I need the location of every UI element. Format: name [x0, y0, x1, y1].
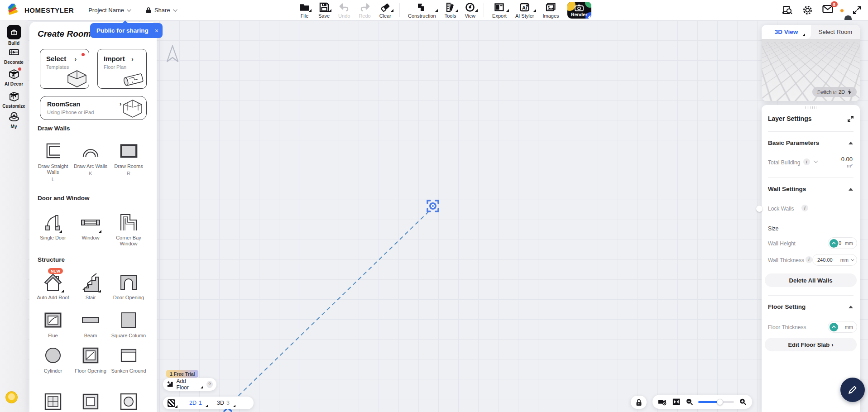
collapse-icon[interactable]	[849, 142, 853, 144]
expand-panel-icon[interactable]	[847, 115, 854, 122]
edit-floor-slab-button[interactable]: Edit Floor Slab ›	[765, 338, 857, 351]
file-button[interactable]: File	[299, 1, 310, 19]
undo-arrow-icon	[339, 2, 350, 12]
close-icon[interactable]: ×	[155, 27, 158, 34]
rail-item-customize[interactable]: Customize	[0, 91, 28, 109]
rail-item-ai-decor[interactable]: AI Decor	[0, 68, 28, 86]
add-floor-button[interactable]: Add Floor ?	[163, 378, 216, 391]
top-bar: HOMESTYLER Project Name Share File Save	[0, 0, 868, 20]
rail-item-my[interactable]: My	[0, 111, 28, 129]
project-name-menu[interactable]: Project Name	[88, 7, 130, 14]
fit-view-icon[interactable]	[672, 398, 680, 406]
help-icon[interactable]: ?	[206, 381, 213, 388]
red-dot	[82, 53, 85, 56]
wall-height-input[interactable]: 0 mm	[828, 237, 857, 249]
view-controls	[652, 395, 752, 409]
info-icon[interactable]: i	[803, 158, 810, 165]
tool-beam[interactable]: Beam	[72, 310, 109, 339]
submenu-triangle-icon	[329, 9, 331, 12]
tool-cylinder[interactable]: Cylinder	[35, 345, 71, 374]
viewport-3d-preview[interactable]: Switch to 2D	[762, 39, 860, 101]
divider	[768, 295, 854, 296]
submenu-triangle-icon	[456, 9, 458, 12]
structure-item-partial[interactable]	[35, 391, 71, 412]
tutorial-search-icon[interactable]	[782, 5, 793, 15]
tool-sunken-ground[interactable]: Sunken Ground	[110, 345, 147, 374]
rail-item-decorate[interactable]: Decorate	[0, 47, 28, 65]
tool-single-door[interactable]: Single Door	[35, 212, 71, 241]
render-button[interactable]: Render	[567, 2, 591, 19]
chevron-down-icon[interactable]	[814, 158, 818, 163]
export-button[interactable]: Export	[492, 1, 507, 19]
tool-draw-rooms[interactable]: Draw Rooms R	[110, 140, 147, 176]
fullscreen-icon[interactable]	[852, 5, 862, 15]
zoom-out-icon[interactable]	[686, 398, 693, 406]
view-button[interactable]: View	[464, 1, 476, 19]
roomscan-card[interactable]: RoomScan › Using iPhone or iPad	[40, 96, 147, 120]
tools-button[interactable]: Tools	[444, 1, 457, 19]
drag-handle[interactable]	[805, 106, 817, 109]
notifications-button[interactable]: 8	[822, 5, 833, 15]
select-templates-card[interactable]: Select › Templates	[40, 49, 89, 89]
submenu-triangle-icon	[59, 230, 62, 233]
delete-all-walls-button[interactable]: Delete All Walls	[765, 273, 857, 287]
eraser-icon	[380, 2, 391, 12]
homestyler-logo-icon	[6, 4, 20, 16]
structure-item-partial[interactable]	[72, 391, 109, 412]
tool-square-column[interactable]: Square Column	[110, 310, 147, 339]
feedback-pen-button[interactable]	[840, 378, 865, 402]
floor-thickness-input[interactable]: mm	[828, 321, 857, 333]
floors-2d-button[interactable]: 2D1	[189, 400, 202, 406]
lock-view-button[interactable]	[631, 396, 647, 409]
settings-gear-icon[interactable]	[802, 5, 813, 15]
switch-to-2d-button[interactable]: Switch to 2D	[812, 87, 857, 97]
construction-button[interactable]: Construction	[408, 1, 436, 19]
ai-styler-button[interactable]: Ai AI Styler	[515, 1, 535, 19]
zoom-slider-knob[interactable]	[717, 399, 723, 405]
info-icon[interactable]: i	[801, 205, 808, 211]
tool-window[interactable]: Window	[72, 212, 109, 241]
info-icon[interactable]: i	[806, 256, 812, 263]
tool-flue[interactable]: Flue	[35, 310, 71, 339]
submenu-triangle-icon	[99, 230, 101, 233]
auto-add-roof-icon	[42, 272, 64, 292]
import-floorplan-card[interactable]: Import › Floor Plan	[97, 49, 147, 89]
sunken-ground-icon	[119, 346, 139, 365]
tool-door-opening[interactable]: Door Opening	[110, 272, 147, 301]
tab-3d-view[interactable]: 3D View	[762, 25, 811, 39]
layer-style-button[interactable]	[168, 399, 175, 407]
switch-lightning-icon	[847, 89, 852, 95]
collapse-icon[interactable]	[849, 188, 853, 191]
wall-thickness-value: 240.00	[817, 257, 833, 263]
tool-auto-add-roof[interactable]: NEW Auto Add Roof	[35, 272, 71, 301]
section-draw-walls: Draw Walls	[38, 125, 70, 132]
tool-draw-straight-walls[interactable]: Draw Straight Walls L	[35, 140, 71, 182]
wall-thickness-input[interactable]: 240.00 mm	[812, 254, 857, 266]
floor-opening-icon	[81, 346, 101, 365]
panel-title: Create Room	[38, 29, 91, 39]
room-corner-icon	[66, 70, 88, 88]
topbar-right-icons: 8	[782, 5, 862, 15]
collapse-icon[interactable]	[849, 306, 853, 308]
structure-item-partial[interactable]	[110, 391, 147, 412]
tool-corner-bay-window[interactable]: Corner Bay Window	[110, 212, 147, 247]
images-button[interactable]: Images	[542, 1, 559, 19]
zoom-slider[interactable]	[698, 401, 734, 403]
tool-stair[interactable]: Stair	[72, 272, 109, 301]
rail-item-build[interactable]: Build	[0, 25, 28, 46]
tool-floor-opening[interactable]: Floor Opening	[72, 345, 109, 374]
tab-select-room[interactable]: Select Room	[811, 25, 860, 39]
rewards-coin-button[interactable]	[5, 391, 18, 403]
walkthrough-camera-icon[interactable]	[658, 398, 667, 406]
tool-draw-arc-walls[interactable]: Draw Arc Walls K	[72, 140, 109, 176]
clear-button[interactable]: Clear	[379, 1, 392, 19]
save-button[interactable]: Save	[318, 1, 330, 19]
partial-structure-icon	[119, 392, 139, 412]
share-menu[interactable]: Share	[145, 7, 176, 14]
corner-bay-window-icon	[119, 212, 139, 232]
wall-height-value: 0	[839, 240, 841, 246]
zoom-in-icon[interactable]	[739, 398, 747, 406]
floors-3d-button[interactable]: 3D3	[217, 400, 230, 406]
divider	[768, 177, 854, 178]
straight-walls-icon	[43, 141, 62, 160]
